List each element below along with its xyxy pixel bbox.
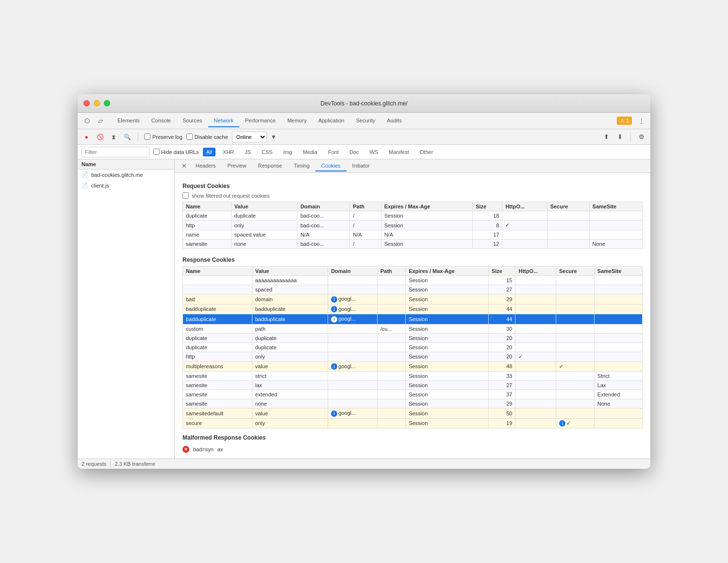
search-btn[interactable]: 🔍 [122, 132, 132, 142]
info-icon: i [331, 363, 337, 370]
table-row[interactable]: samesiteextendedSession37Extended [183, 390, 643, 399]
show-filtered-checkbox[interactable] [182, 192, 189, 199]
filter-doc-btn[interactable]: Doc [346, 148, 363, 156]
filter-css-btn[interactable]: CSS [258, 148, 276, 156]
settings-btn[interactable]: ⚙ [637, 132, 646, 142]
table-row[interactable]: spacedSession27 [183, 285, 643, 294]
res-col-expires: Expires / Max-Age [406, 267, 489, 276]
tab-sources[interactable]: Sources [177, 115, 208, 127]
table-row[interactable]: badduplicatebadduplicateigoogl...Session… [183, 304, 643, 314]
filter-font-btn[interactable]: Font [325, 148, 342, 156]
table-row[interactable]: duplicateduplicatebad-coo.../Session18 [183, 211, 643, 221]
more-options-btn[interactable]: ⋮ [636, 116, 646, 126]
filter-js-btn[interactable]: JS [241, 148, 254, 156]
tab-performance[interactable]: Performance [239, 115, 281, 127]
disable-cache-checkbox[interactable] [186, 134, 193, 140]
filter-xhr-btn[interactable]: XHR [219, 148, 237, 156]
table-row[interactable]: httponlybad-coo.../Session8✓ [183, 221, 643, 230]
top-tabs-bar: ⬡ ▱ Elements Console Sources Network Per… [78, 113, 650, 129]
stop-btn[interactable]: 🚫 [95, 132, 105, 142]
filter-row: Hide data URLs All XHR JS CSS Img Media … [78, 145, 650, 159]
sidebar: Name 📄 bad-cookies.glitch.me 📄 client.js [78, 159, 175, 459]
requests-count: 2 requests [82, 461, 106, 467]
table-row[interactable]: multiplereasonsvalueigoogl...Session48✓ [183, 361, 643, 372]
filter-manifest-btn[interactable]: Manifest [385, 148, 413, 156]
response-cookies-table: Name Value Domain Path Expires / Max-Age… [182, 266, 643, 428]
sidebar-item-bad-cookies[interactable]: 📄 bad-cookies.glitch.me [78, 170, 174, 180]
record-btn[interactable]: ● [82, 132, 91, 142]
filter-other-btn[interactable]: Other [416, 148, 437, 156]
res-col-httpo: HttpO... [515, 267, 556, 276]
table-row[interactable]: samesitedefaultvalueigoogl...Session50 [183, 409, 643, 419]
malformed-item: ✕ bad=syn ax [182, 444, 643, 455]
tab-network[interactable]: Network [208, 115, 239, 127]
table-row[interactable]: secureonlySession19i✓ [183, 418, 643, 428]
sidebar-item-client-js[interactable]: 📄 client.js [78, 180, 174, 191]
info-icon: i [559, 420, 565, 427]
table-row[interactable]: badduplicatebadduplicateigoogl...Session… [183, 314, 643, 324]
table-row[interactable]: samesitenoneSession29None [183, 399, 643, 409]
show-filtered-label[interactable]: show filtered out request cookies [192, 193, 269, 199]
malformed-section: Malformed Response Cookies ✕ bad=syn ax [182, 434, 643, 455]
minimize-button[interactable] [94, 100, 100, 106]
preserve-log-checkbox[interactable] [144, 134, 150, 140]
response-cookies-title: Response Cookies [182, 256, 643, 263]
maximize-button[interactable] [104, 100, 110, 106]
tab-console[interactable]: Console [146, 115, 177, 127]
upload-btn[interactable]: ⬆ [601, 132, 611, 142]
table-row[interactable]: aaaaaaaaaaaaaaSession15 [183, 276, 643, 285]
table-row[interactable]: httponlySession20✓ [183, 352, 643, 361]
filter-ws-btn[interactable]: WS [366, 148, 381, 156]
close-button[interactable] [83, 100, 90, 106]
filter-input[interactable] [82, 147, 149, 157]
network-throttle-select[interactable]: Online Offline Slow 3G Fast 3G [232, 132, 267, 142]
filter-btn[interactable]: ⧗ [109, 132, 118, 142]
panel-tab-headers[interactable]: Headers [190, 161, 222, 171]
filter-img-btn[interactable]: Img [280, 148, 296, 156]
table-row[interactable]: custompath/cu...Session30 [183, 324, 643, 333]
tab-application[interactable]: Application [313, 115, 350, 127]
main-layout: Name 📄 bad-cookies.glitch.me 📄 client.js… [78, 159, 650, 459]
filter-media-btn[interactable]: Media [299, 148, 321, 156]
table-row[interactable]: baddomainigoogl...Session29 [183, 294, 643, 305]
panel-tab-timing[interactable]: Timing [288, 161, 315, 171]
panel-tab-cookies[interactable]: Cookies [315, 161, 347, 171]
hide-data-urls-label[interactable]: Hide data URLs [153, 149, 199, 155]
tab-security[interactable]: Security [350, 115, 381, 127]
panel-tab-preview[interactable]: Preview [222, 161, 252, 171]
cursor-icon-btn[interactable]: ⬡ [82, 116, 92, 126]
table-row[interactable]: samesitestrictSession33Strict [183, 372, 643, 381]
tab-elements[interactable]: Elements [112, 115, 146, 127]
table-row[interactable]: duplicateduplicateSession20 [183, 333, 643, 342]
network-toolbar: ● 🚫 ⧗ 🔍 Preserve log Disable cache Onlin… [78, 129, 650, 145]
hide-data-urls-checkbox[interactable] [153, 149, 160, 155]
table-row[interactable]: samesitenonebad-coo.../Session12None [183, 239, 643, 249]
download-btn[interactable]: ⬇ [615, 132, 625, 142]
statusbar: 2 requests 2.3 KB transferre [78, 459, 650, 469]
preserve-log-label[interactable]: Preserve log [144, 134, 182, 140]
req-col-domain: Domain [297, 202, 349, 211]
warning-badge: ⚠ 1 [617, 117, 632, 125]
panel-tab-initiator[interactable]: Initiator [347, 161, 376, 171]
table-row[interactable]: samesitelaxSession27Lax [183, 381, 643, 390]
traffic-lights [83, 100, 110, 106]
statusbar-divider [110, 461, 111, 467]
tab-memory[interactable]: Memory [281, 115, 313, 127]
req-col-size: Size [473, 202, 502, 211]
tab-audits[interactable]: Audits [381, 115, 408, 127]
panel-close-btn[interactable]: ✕ [179, 162, 190, 170]
panel-tab-response[interactable]: Response [252, 161, 288, 171]
toolbar-divider-1 [138, 133, 138, 141]
table-row[interactable]: duplicateduplicateSession20 [183, 342, 643, 352]
filter-all-btn[interactable]: All [203, 148, 215, 156]
device-icon-btn[interactable]: ▱ [95, 116, 106, 126]
error-icon: ✕ [182, 446, 189, 453]
res-col-value: Value [252, 267, 328, 276]
table-row[interactable]: namespaced valueN/AN/AN/A17 [183, 230, 643, 239]
sidebar-header: Name [78, 159, 174, 170]
req-col-httpo: HttpO... [502, 202, 547, 211]
res-col-path: Path [377, 267, 405, 276]
disable-cache-label[interactable]: Disable cache [186, 134, 228, 140]
res-col-samesite: SameSite [594, 267, 642, 276]
req-col-value: Value [231, 202, 297, 211]
